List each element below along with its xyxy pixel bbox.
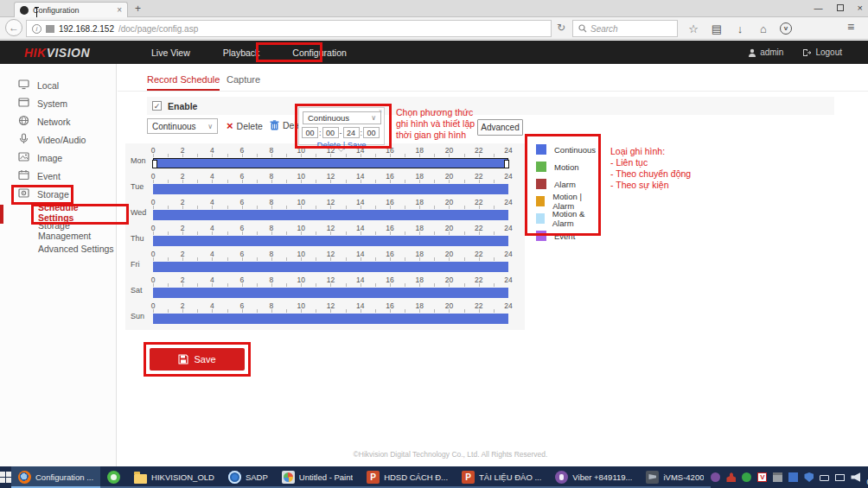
tab-capture[interactable]: Capture — [227, 74, 260, 85]
legend-swatch-icon — [536, 162, 546, 172]
hour-label: 16 — [386, 301, 393, 310]
bookmark-star-icon[interactable]: ☆ — [686, 22, 700, 35]
taskbar-app-unikey-icon[interactable] — [100, 466, 127, 488]
sidebar-subitem-advanced-settings[interactable]: Advanced Settings — [0, 239, 116, 257]
taskbar-app-t-i-li-u-o[interactable]: TÀI LIỆU ĐÀO ... — [455, 466, 548, 488]
volume-icon[interactable] — [851, 472, 860, 482]
swirl-green-icon[interactable] — [742, 472, 751, 482]
hour-label: 0 — [151, 301, 156, 310]
schedule-bar-sat[interactable] — [153, 288, 508, 298]
sidebar-subitem-storage-management[interactable]: Storage Management — [0, 221, 116, 239]
start-minute-input[interactable]: 00 — [322, 127, 339, 138]
timeline-track[interactable] — [153, 236, 508, 246]
enable-label: Enable — [168, 101, 197, 111]
nav-item-live-view[interactable]: Live View — [151, 48, 190, 58]
end-hour-input[interactable]: 24 — [343, 127, 360, 138]
sidebar-item-local[interactable]: Local — [0, 76, 116, 94]
address-bar[interactable]: i 192.168.2.152/doc/page/config.asp — [26, 20, 552, 37]
popup-save-link[interactable]: Save — [348, 140, 367, 149]
close-button[interactable]: × — [858, 3, 863, 13]
taskbar-app-ivms-4200[interactable]: iVMS-4200 — [639, 466, 711, 488]
pocket-icon[interactable]: v — [780, 22, 792, 35]
end-minute-input[interactable]: 00 — [363, 127, 380, 138]
timeline-track[interactable] — [153, 158, 508, 168]
hour-label: 24 — [504, 276, 512, 284]
record-type-select[interactable]: Continuous ∨ — [147, 118, 218, 134]
sidebar-item-video-audio[interactable]: Video/Audio — [0, 130, 116, 149]
schedule-bar-sun[interactable] — [153, 314, 508, 324]
popup-delete-link[interactable]: Delete — [317, 140, 341, 149]
nav-item-playback[interactable]: Playback — [223, 48, 260, 58]
save-button[interactable]: Save — [150, 348, 245, 371]
powerpoint-icon — [462, 471, 475, 484]
person-red-icon[interactable] — [726, 472, 736, 482]
schedule-bar-mon[interactable] — [153, 158, 508, 168]
hour-label: 10 — [297, 250, 305, 258]
download-icon[interactable]: ↓ — [733, 22, 747, 35]
page-info-icon[interactable]: i — [32, 24, 41, 34]
taskbar-app-hdsd-c-ch[interactable]: HDSD CÁCH Đ... — [360, 466, 455, 488]
taskbar-app-hikvision-old[interactable]: HIKVISION_OLD — [127, 466, 221, 488]
hour-label: 24 — [504, 250, 512, 258]
battery-icon[interactable] — [820, 475, 829, 481]
sidebar-item-storage[interactable]: Storage — [0, 185, 116, 203]
new-tab-button[interactable]: + — [135, 3, 141, 15]
taskbar-app-configuration[interactable]: Configuration ... — [11, 466, 100, 488]
popup-record-type-select[interactable]: Continuous ∨ — [303, 111, 381, 124]
search-icon — [578, 24, 587, 33]
delete-button[interactable]: × Delete — [227, 120, 263, 131]
powerpoint-icon — [367, 471, 380, 484]
v-red-icon[interactable]: V — [757, 472, 767, 482]
browser-tab[interactable]: Configuration × — [14, 2, 128, 17]
hour-label: 20 — [445, 276, 453, 284]
hour-label: 24 — [504, 301, 512, 310]
schedule-bar-thu[interactable] — [153, 236, 508, 246]
hour-label: 0 — [151, 250, 156, 258]
back-button[interactable]: ← — [5, 19, 22, 36]
logout-button[interactable]: Logout — [802, 48, 842, 57]
sidebar-subitem-schedule-settings[interactable]: Schedule Settings — [0, 203, 116, 221]
restore-button[interactable] — [837, 4, 844, 11]
legend-swatch-icon — [536, 144, 546, 155]
timeline-track[interactable] — [153, 184, 508, 194]
timeline-track[interactable] — [153, 314, 508, 324]
home-icon[interactable]: ⌂ — [756, 22, 770, 35]
schedule-bar-tue[interactable] — [153, 184, 508, 194]
active-item-accent — [0, 205, 3, 224]
window-gray-icon[interactable] — [773, 472, 782, 482]
sidebar-item-system[interactable]: System — [0, 94, 116, 112]
sidebar-item-image[interactable]: Image — [0, 149, 116, 167]
network-monitor-icon[interactable] — [835, 474, 845, 481]
taskbar-app-sadp[interactable]: SADP — [221, 466, 275, 488]
hour-label: 14 — [356, 276, 364, 284]
sidebar-item-network[interactable]: Network — [0, 112, 116, 130]
start-hour-input[interactable]: 00 — [302, 127, 318, 138]
minimize-button[interactable]: — — [814, 3, 823, 13]
clipboard-icon[interactable]: ▤ — [710, 22, 724, 35]
enable-checkbox[interactable]: ✓ — [152, 101, 162, 111]
advanced-button[interactable]: Advanced — [477, 119, 523, 136]
start-button[interactable] — [0, 466, 11, 488]
schedule-bar-wed[interactable] — [153, 210, 508, 220]
tab-close-icon[interactable]: × — [117, 5, 122, 15]
reload-icon[interactable]: ↻ — [557, 22, 565, 34]
defender-shield-icon[interactable] — [804, 472, 814, 482]
blue-app-icon[interactable] — [788, 472, 798, 482]
timeline-track[interactable] — [153, 288, 508, 298]
viber-tray-icon[interactable] — [711, 472, 720, 482]
legend-item-motion: Motion — [528, 158, 597, 175]
menu-icon[interactable]: ≡ — [847, 20, 854, 34]
schedule-bar-fri[interactable] — [153, 262, 508, 272]
hour-label: 2 — [181, 301, 185, 310]
folder-icon — [134, 474, 147, 484]
hour-label: 10 — [297, 224, 305, 232]
tab-record-schedule[interactable]: Record Schedule — [147, 74, 220, 91]
nav-item-configuration[interactable]: Configuration — [292, 48, 346, 58]
timeline-track[interactable] — [153, 262, 508, 272]
timeline-track[interactable] — [153, 210, 508, 220]
taskbar-app-viber-849119[interactable]: Viber +849119... — [548, 466, 639, 488]
taskbar-app-untitled-paint[interactable]: Untitled - Paint — [275, 466, 360, 488]
sidebar-item-event[interactable]: Event — [0, 167, 116, 185]
legend-item-continuous: Continuous — [528, 141, 597, 158]
search-input[interactable]: Search — [572, 20, 678, 37]
